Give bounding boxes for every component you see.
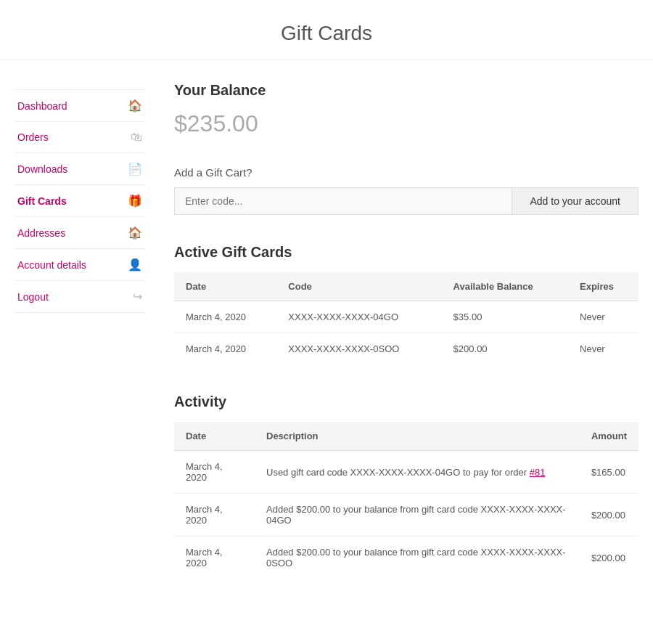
activity-date: March 4, 2020	[174, 451, 255, 494]
col-balance: Available Balance	[442, 272, 568, 301]
card-code: XXXX-XXXX-XXXX-04GO	[276, 301, 441, 333]
activity-amount: $200.00	[580, 494, 638, 537]
add-gift-form: Add to your account	[174, 187, 638, 215]
activity-amount: $200.00	[580, 537, 638, 579]
activity-table: Date Description Amount March 4, 2020 Us…	[174, 422, 638, 579]
activity-header-row: Date Description Amount	[174, 422, 638, 451]
gift-code-input[interactable]	[174, 187, 512, 215]
table-row: March 4, 2020 XXXX-XXXX-XXXX-0SOO $200.0…	[174, 333, 638, 365]
card-code: XXXX-XXXX-XXXX-0SOO	[276, 333, 441, 365]
sidebar-label-dashboard: Dashboard	[17, 100, 67, 112]
sidebar: Dashboard 🏠 Orders 🛍 Downloads 📄 Gift Ca…	[15, 82, 145, 608]
active-cards-table: Date Code Available Balance Expires Marc…	[174, 272, 638, 364]
gift-cards-icon: 🎁	[128, 194, 142, 208]
activity-description: Used gift card code XXXX-XXXX-XXXX-04GO …	[255, 451, 580, 494]
active-gift-cards-section: Active Gift Cards Date Code Available Ba…	[174, 244, 638, 364]
activity-col-amount: Amount	[580, 422, 638, 451]
active-cards-header-row: Date Code Available Balance Expires	[174, 272, 638, 301]
order-link[interactable]: #81	[530, 467, 546, 478]
col-expires: Expires	[568, 272, 638, 301]
add-gift-section: Add a Gift Cart? Add to your account	[174, 166, 638, 215]
col-code: Code	[276, 272, 441, 301]
sidebar-label-logout: Logout	[17, 291, 49, 303]
card-date: March 4, 2020	[174, 333, 276, 365]
activity-col-description: Description	[255, 422, 580, 451]
balance-title: Your Balance	[174, 82, 638, 99]
sidebar-item-addresses[interactable]: Addresses 🏠	[15, 217, 145, 249]
col-date: Date	[174, 272, 276, 301]
balance-section: Your Balance $235.00	[174, 82, 638, 137]
card-date: March 4, 2020	[174, 301, 276, 333]
table-row: March 4, 2020 XXXX-XXXX-XXXX-04GO $35.00…	[174, 301, 638, 333]
card-expires: Never	[568, 333, 638, 365]
sidebar-label-addresses: Addresses	[17, 227, 65, 239]
activity-title: Activity	[174, 394, 638, 410]
table-row: March 4, 2020 Added $200.00 to your bala…	[174, 537, 638, 579]
activity-date: March 4, 2020	[174, 537, 255, 579]
logout-icon: ↪	[133, 290, 142, 303]
add-gift-label: Add a Gift Cart?	[174, 166, 638, 179]
page-title: Gift Cards	[0, 0, 653, 60]
activity-description: Added $200.00 to your balance from gift …	[255, 537, 580, 579]
sidebar-label-account-details: Account details	[17, 259, 86, 271]
balance-amount: $235.00	[174, 110, 638, 137]
table-row: March 4, 2020 Used gift card code XXXX-X…	[174, 451, 638, 494]
activity-col-date: Date	[174, 422, 255, 451]
activity-description: Added $200.00 to your balance from gift …	[255, 494, 580, 537]
addresses-icon: 🏠	[128, 226, 142, 240]
table-row: March 4, 2020 Added $200.00 to your bala…	[174, 494, 638, 537]
sidebar-item-dashboard[interactable]: Dashboard 🏠	[15, 89, 145, 122]
sidebar-item-orders[interactable]: Orders 🛍	[15, 122, 145, 153]
activity-date: March 4, 2020	[174, 494, 255, 537]
orders-icon: 🛍	[131, 131, 142, 144]
downloads-icon: 📄	[128, 162, 142, 176]
card-balance: $200.00	[442, 333, 568, 365]
sidebar-label-gift-cards: Gift Cards	[17, 195, 67, 207]
sidebar-item-account-details[interactable]: Account details 👤	[15, 249, 145, 281]
sidebar-label-downloads: Downloads	[17, 163, 67, 175]
activity-amount: $165.00	[580, 451, 638, 494]
main-content: Your Balance $235.00 Add a Gift Cart? Ad…	[145, 82, 638, 608]
account-details-icon: 👤	[128, 258, 142, 272]
active-cards-title: Active Gift Cards	[174, 244, 638, 261]
sidebar-label-orders: Orders	[17, 131, 49, 143]
card-balance: $35.00	[442, 301, 568, 333]
sidebar-item-logout[interactable]: Logout ↪	[15, 281, 145, 313]
sidebar-item-downloads[interactable]: Downloads 📄	[15, 153, 145, 185]
card-expires: Never	[568, 301, 638, 333]
dashboard-icon: 🏠	[128, 99, 142, 113]
add-to-account-button[interactable]: Add to your account	[512, 187, 638, 215]
sidebar-item-gift-cards[interactable]: Gift Cards 🎁	[15, 185, 145, 217]
activity-section: Activity Date Description Amount March 4…	[174, 394, 638, 579]
